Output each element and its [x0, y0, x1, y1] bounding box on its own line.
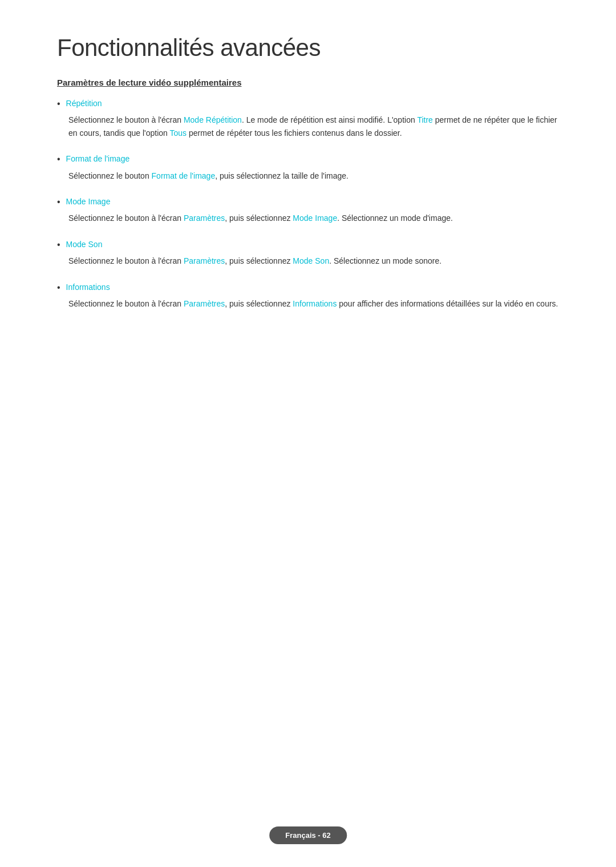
- bullet-description: Sélectionnez le bouton à l'écran Paramèt…: [68, 297, 559, 310]
- cyan-link: Mode Son: [293, 256, 329, 265]
- list-item: •Format de l'imageSélectionnez le bouton…: [57, 153, 559, 187]
- cyan-link: Paramètres: [184, 299, 225, 308]
- cyan-link: Informations: [293, 299, 337, 308]
- cyan-link: Tous: [170, 128, 187, 138]
- bullet-dot: •: [57, 98, 60, 110]
- bullet-label-text: Mode Image: [66, 196, 111, 208]
- bullet-label-text: Répétition: [66, 98, 102, 110]
- bullet-description: Sélectionnez le bouton à l'écran Mode Ré…: [68, 114, 559, 139]
- bullet-label-text: Mode Son: [66, 239, 103, 251]
- bullet-description: Sélectionnez le bouton à l'écran Paramèt…: [68, 255, 559, 267]
- cyan-link: Paramètres: [184, 256, 225, 265]
- cyan-link: Titre: [417, 115, 432, 124]
- bullet-list: •RépétitionSélectionnez le bouton à l'éc…: [57, 98, 559, 314]
- bullet-label-row: •Mode Image: [57, 196, 559, 208]
- bullet-label-text: Informations: [66, 281, 110, 293]
- page-container: Fonctionnalités avancées Paramètres de l…: [0, 0, 616, 381]
- cyan-link: Mode Image: [293, 213, 337, 223]
- bullet-description: Sélectionnez le bouton Format de l'image…: [68, 170, 559, 182]
- page-title: Fonctionnalités avancées: [57, 34, 559, 62]
- bullet-dot: •: [57, 153, 60, 166]
- section-heading: Paramètres de lecture vidéo supplémentai…: [57, 78, 559, 87]
- bullet-label-row: •Format de l'image: [57, 153, 559, 166]
- bullet-label-row: •Répétition: [57, 98, 559, 110]
- cyan-link: Paramètres: [184, 213, 225, 223]
- cyan-link: Mode Répétition: [184, 115, 242, 124]
- bullet-label-row: •Informations: [57, 281, 559, 294]
- bullet-dot: •: [57, 196, 60, 208]
- list-item: •Mode ImageSélectionnez le bouton à l'éc…: [57, 196, 559, 229]
- list-item: •InformationsSélectionnez le bouton à l'…: [57, 281, 559, 315]
- list-item: •RépétitionSélectionnez le bouton à l'éc…: [57, 98, 559, 144]
- bullet-dot: •: [57, 239, 60, 251]
- cyan-link: Format de l'image: [152, 171, 216, 180]
- bullet-description: Sélectionnez le bouton à l'écran Paramèt…: [68, 212, 559, 224]
- bullet-label-row: •Mode Son: [57, 239, 559, 251]
- bullet-label-text: Format de l'image: [66, 153, 130, 165]
- bullet-dot: •: [57, 281, 60, 294]
- list-item: •Mode SonSélectionnez le bouton à l'écra…: [57, 239, 559, 272]
- footer-label: Français - 62: [269, 826, 347, 844]
